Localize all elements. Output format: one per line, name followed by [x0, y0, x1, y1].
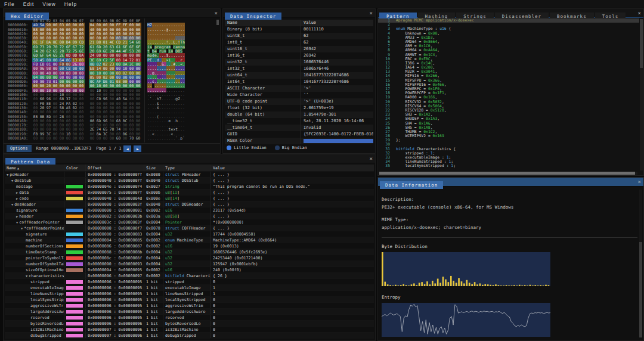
menu-item-help[interactable]: Help: [60, 1, 81, 7]
next-page-button[interactable]: ▶: [134, 145, 141, 152]
inspector-row[interactable]: uint8_t62: [225, 33, 373, 39]
close-icon[interactable]: ×: [638, 179, 641, 185]
inspector-row[interactable]: Wide Character'': [225, 92, 373, 98]
inspector-row[interactable]: __time32_tSat, 28.11.2020 16:14:06: [225, 118, 373, 125]
inspector-row[interactable]: ASCII Character'>': [225, 85, 373, 92]
big-endian-radio[interactable]: [275, 145, 280, 150]
pattern-data-row[interactable]: debugStripped0x00000097 : 0x000000961 bi…: [5, 333, 374, 339]
hex-row[interactable]: 000000B0:0000400000000000001000000002000…: [4, 71, 220, 75]
hex-row[interactable]: 00000140:0000000000000000000000000000000…: [4, 110, 220, 114]
hex-row[interactable]: 00000130:0020970058A50200000000000000000…: [4, 106, 220, 110]
hex-row[interactable]: 00000170:0000000000000000000000000000000…: [4, 123, 220, 127]
hex-row[interactable]: 00000110:006096006837000000C09600405A000…: [4, 97, 220, 101]
little-endian-radio[interactable]: [227, 145, 231, 150]
close-icon[interactable]: ×: [215, 10, 218, 16]
menu-item-view[interactable]: View: [38, 1, 60, 7]
hex-row[interactable]: 00000100:0000000010000000000000000000000…: [4, 92, 220, 97]
hex-row[interactable]: 00000190:F8993C0000100000008A3C000006000…: [4, 132, 220, 136]
pattern-data-row[interactable]: message0x0000004e : 0x000000740x0027Stri…: [5, 184, 374, 190]
pattern-data-row[interactable]: largeAddressAware0x00000096 : 0x00000095…: [5, 309, 374, 315]
code-line[interactable]: 1#pragma MIME application/x-dosexec: [378, 18, 639, 23]
inspector-row[interactable]: RGBA Color: [225, 138, 373, 144]
menu-item-edit[interactable]: Edit: [19, 1, 39, 7]
close-icon[interactable]: ×: [370, 10, 373, 16]
data-inspector-titlebar[interactable]: Data Inspector ×: [223, 9, 375, 18]
hex-row[interactable]: 00000080:50450000648613003E69C25F0014720…: [4, 58, 220, 62]
inspector-row[interactable]: int8_t62: [225, 39, 373, 46]
pattern-data-row[interactable]: machine0x00000084 : 0x000000850x0002enum…: [5, 237, 374, 243]
code-line[interactable]: 28 WCEMIPSV2 = 0x169: [378, 134, 639, 138]
hex-scrollbar[interactable]: [216, 20, 219, 25]
pattern-data-titlebar[interactable]: Pattern Data ×: [4, 154, 375, 163]
pattern-data-row[interactable]: reserved0x00000096 : 0x000000951 bitrese…: [5, 315, 374, 321]
pattern-code-editor[interactable]: 1#pragma MIME application/x-dosexec23enu…: [378, 18, 639, 170]
pattern-data-row[interactable]: ▼peHeader0x00000000 : 0x0000007f0x0080st…: [5, 172, 374, 178]
pattern-data-row[interactable]: ▶code0x00000040 : 0x0000004d0x000eu8[14]…: [5, 196, 374, 202]
pattern-data-row[interactable]: signature0x00000000 : 0x000000010x0002u1…: [5, 207, 374, 213]
pattern-data-row[interactable]: timeDateStamp0x00000088 : 0x0000008b0x00…: [5, 249, 374, 255]
pattern-data-row[interactable]: ▶data0x00000075 : 0x0000007f0x000bu8[11]…: [5, 190, 374, 196]
pattern-data-row[interactable]: pointerToSymbolTab0x0000008c : 0x0000008…: [5, 255, 374, 261]
pattern-data-row[interactable]: signature0x00000080 : 0x000000830x0004u3…: [5, 231, 374, 237]
hex-row[interactable]: 00000010:B800000000000000400000000000000…: [4, 27, 220, 32]
inspector-row[interactable]: GUID{5FC2693E-1400-0172-FBEB-0100F0: [225, 131, 373, 138]
pattern-data-row[interactable]: ▼dosStub0x00000040 : 0x0000007f0x0040str…: [5, 178, 374, 184]
hex-row[interactable]: 00000020:0000000000000000000000000000000…: [4, 32, 220, 36]
hex-row[interactable]: 00000150:E88B8D0028000000000000000000000…: [4, 114, 220, 119]
data-information-titlebar[interactable]: Data Information ×: [378, 178, 643, 187]
hex-row[interactable]: 00000000:4D5A90000300000004000000FFFF000…: [4, 23, 220, 27]
inspector-row[interactable]: uint32_t1606576446: [225, 59, 373, 66]
code-line[interactable]: 35 localSymsStripped : 1;: [378, 164, 639, 168]
pattern-hscrollbar[interactable]: [379, 172, 637, 175]
pattern-data-row[interactable]: ▼characteristics0x00000096 : 0x000000970…: [5, 273, 374, 279]
pattern-data-header[interactable]: Name▲ColorOffsetSizeTypeValue: [5, 165, 374, 172]
hex-editor-titlebar[interactable]: Hex Editor ×: [4, 9, 220, 18]
hex-row[interactable]: 00000180:00000000000000002E7465787400000…: [4, 127, 220, 131]
inspector-row[interactable]: uint64_t104167733222074686: [225, 72, 373, 79]
inspector-row[interactable]: double (64 bit)1.054479e-301: [225, 111, 373, 118]
hex-row[interactable]: 00000040:0E1FBA0E00B409CD21B8014CCD21546…: [4, 40, 220, 44]
hex-row[interactable]: 00000120:00F08E0024FA0200000000000000000…: [4, 101, 220, 106]
pattern-data-row[interactable]: stripped0x00000096 : 0x000000951 bitstri…: [5, 279, 374, 285]
close-icon[interactable]: ×: [370, 156, 373, 162]
pattern-vscrollbar[interactable]: [640, 19, 643, 170]
hex-row[interactable]: 00000030:0000000000000000000000008000000…: [4, 36, 220, 40]
pattern-data-row[interactable]: ▼coffHeaderPointer0x0000003c : 0x0000003…: [5, 219, 374, 225]
hex-row[interactable]: 00000050:69732070726F6772616D2063616E6E6…: [4, 45, 220, 49]
hex-row[interactable]: 00000160:0000000000000000086D9600688C000…: [4, 119, 220, 123]
inspector-row[interactable]: int16_t26942: [225, 52, 373, 59]
pattern-data-row[interactable]: bytesReversedLo0x00000096 : 0x000000961 …: [5, 321, 374, 327]
hex-grid[interactable]: 000102030405060708090A0B0C0D0E0F00000000…: [4, 18, 220, 142]
pattern-data-row[interactable]: sizeOfOptionalHead0x00000094 : 0x0000009…: [5, 267, 374, 273]
info-scrollbar[interactable]: [639, 190, 642, 338]
hex-row[interactable]: 00000090:FBEB0100F00026000B020223000A3C0…: [4, 62, 220, 66]
inspector-row[interactable]: __time64_tInvalid: [225, 125, 373, 131]
pattern-data-row[interactable]: localSymsStripped0x00000096 : 0x00000095…: [5, 297, 374, 303]
pattern-data-row[interactable]: ▶header0x00000002 : 0x0000003b0x003au8[5…: [5, 213, 374, 219]
data-information-tab[interactable]: Data Information: [380, 181, 443, 189]
pattern-data-row[interactable]: is32BitMachine0x00000097 : 0x000000961 b…: [5, 327, 374, 333]
hex-row[interactable]: 00000060:742062652072756E20696E20444F532…: [4, 49, 220, 53]
close-icon[interactable]: ×: [638, 10, 641, 16]
code-line[interactable]: 29};: [378, 138, 639, 142]
pattern-data-row[interactable]: numberOfSections0x00000086 : 0x000000870…: [5, 243, 374, 249]
pattern-data-row[interactable]: ▼*coffHeaderPointer0x00000080 : 0x000000…: [5, 225, 374, 231]
hex-row[interactable]: 00000070:6D6F64652E0D0D0A240000000000000…: [4, 53, 220, 57]
menu-item-file[interactable]: File: [0, 1, 19, 7]
hex-row[interactable]: 000000D0:00907301000600000CAFDE010300000…: [4, 79, 220, 83]
hex-row[interactable]: 000000A0:0096980000C80000E81400000010000…: [4, 66, 220, 70]
inspector-row[interactable]: float (32 bit)2.061759e+19: [225, 105, 373, 111]
hex-row[interactable]: 000001A0:0000000000000000000000006000706…: [4, 136, 220, 140]
hex-row[interactable]: 000000F0:0000100000000000001000000000000…: [4, 88, 220, 92]
prev-page-button[interactable]: ◀: [123, 145, 131, 152]
pattern-data-row[interactable]: aggressiveWsTrim0x00000096 : 0x000000951…: [5, 303, 374, 309]
pattern-data-row[interactable]: lineNumsStripped0x00000096 : 0x000000951…: [5, 291, 374, 297]
hex-row[interactable]: 000000C0:0400000000000000050002000000000…: [4, 75, 220, 79]
options-button[interactable]: Options: [7, 145, 32, 152]
pattern-data-row[interactable]: numberOfSymbolTabl0x00000090 : 0x0000009…: [5, 261, 374, 267]
pattern-data-row[interactable]: ▼dosHeader0x00000000 : 0x0000003f0x0040s…: [5, 202, 374, 207]
inspector-row[interactable]: int64_t104167733222074686: [225, 79, 373, 85]
inspector-row[interactable]: uint16_t26942: [225, 46, 373, 52]
inspector-row[interactable]: int32_t1606576446: [225, 66, 373, 72]
hex-row[interactable]: 000000E0:0000200000000000001000000000000…: [4, 83, 220, 88]
